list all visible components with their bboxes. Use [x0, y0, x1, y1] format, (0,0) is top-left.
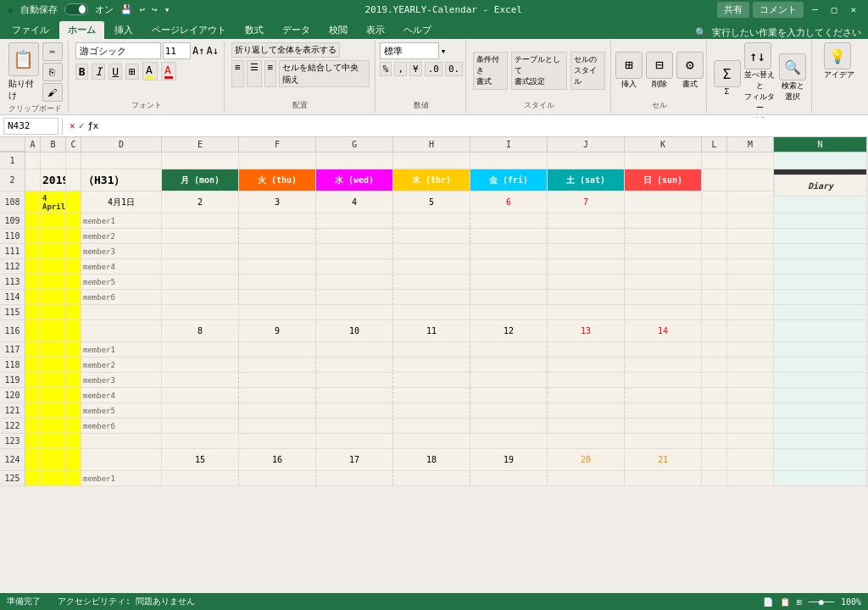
cell-a1[interactable]: [25, 152, 41, 169]
cell-d123[interactable]: [81, 434, 162, 448]
sort-filter-button[interactable]: ↑↓: [744, 42, 771, 69]
cell-g119[interactable]: [316, 373, 393, 387]
cell-b111[interactable]: [41, 244, 66, 258]
cell-h114[interactable]: [393, 290, 470, 304]
font-color-button[interactable]: A: [161, 62, 176, 80]
cell-a117[interactable]: [25, 342, 41, 357]
cell-d109-member[interactable]: member1: [81, 214, 162, 228]
cell-a115[interactable]: [25, 305, 41, 319]
cell-a109[interactable]: [25, 214, 41, 228]
cell-i116-date[interactable]: 12: [470, 320, 548, 341]
cell-j121[interactable]: [548, 403, 625, 418]
cell-m119[interactable]: [727, 373, 774, 387]
cell-e113[interactable]: [162, 274, 239, 289]
cell-b120[interactable]: [41, 388, 66, 402]
cell-i113[interactable]: [470, 274, 548, 289]
copy-button[interactable]: ⎘: [42, 63, 63, 81]
col-header-e[interactable]: E: [162, 137, 239, 152]
cell-f2-thu[interactable]: 火 (thu): [239, 169, 316, 191]
cell-b124[interactable]: [41, 449, 66, 470]
cell-i1[interactable]: [470, 152, 548, 169]
cell-k125[interactable]: [625, 471, 702, 485]
percent-button[interactable]: %: [380, 62, 392, 76]
cell-f124-date[interactable]: 16: [239, 449, 316, 470]
minimize-button[interactable]: ─: [807, 4, 823, 15]
col-header-d[interactable]: D: [81, 137, 162, 152]
cell-m118[interactable]: [727, 358, 774, 372]
cell-m114[interactable]: [727, 290, 774, 304]
cell-h117[interactable]: [393, 342, 470, 357]
normal-view-button[interactable]: 📄: [763, 597, 773, 607]
cell-e109[interactable]: [162, 214, 239, 228]
cell-n124[interactable]: [774, 449, 867, 470]
cell-f117[interactable]: [239, 342, 316, 357]
tab-page-layout[interactable]: ページレイアウト: [143, 21, 235, 39]
cell-d1[interactable]: [81, 152, 162, 169]
cell-k118[interactable]: [625, 358, 702, 372]
cell-n122[interactable]: [774, 419, 867, 433]
cell-b108[interactable]: 4April: [41, 191, 66, 213]
cut-button[interactable]: ✂: [42, 42, 63, 61]
fill-color-button[interactable]: A: [142, 62, 158, 80]
cell-n112[interactable]: [774, 259, 867, 274]
cell-h122[interactable]: [393, 419, 470, 433]
cell-c125[interactable]: [66, 471, 81, 485]
cell-a110[interactable]: [25, 229, 41, 243]
cell-d115[interactable]: [81, 305, 162, 319]
cell-f118[interactable]: [239, 358, 316, 372]
cell-n125[interactable]: [774, 471, 867, 485]
cell-l115[interactable]: [702, 305, 727, 319]
tab-home[interactable]: ホーム: [59, 21, 104, 39]
cell-g109[interactable]: [316, 214, 393, 228]
cell-b112[interactable]: [41, 259, 66, 274]
cell-b113[interactable]: [41, 274, 66, 289]
ideas-button[interactable]: 💡: [824, 42, 851, 69]
cell-d117-member[interactable]: member1: [81, 342, 162, 357]
cell-d113-member[interactable]: member5: [81, 274, 162, 289]
cell-g115[interactable]: [316, 305, 393, 319]
cell-e123[interactable]: [162, 434, 239, 448]
cell-b123[interactable]: [41, 434, 66, 448]
cell-a112[interactable]: [25, 259, 41, 274]
cell-a121[interactable]: [25, 403, 41, 418]
cell-j118[interactable]: [548, 358, 625, 372]
comment-button[interactable]: コメント: [753, 2, 804, 18]
cell-i122[interactable]: [470, 419, 548, 433]
cell-d118-member[interactable]: member2: [81, 358, 162, 372]
cell-e120[interactable]: [162, 388, 239, 402]
cell-a123[interactable]: [25, 434, 41, 448]
cell-n118[interactable]: [774, 358, 867, 372]
cell-f123[interactable]: [239, 434, 316, 448]
cell-j125[interactable]: [548, 471, 625, 485]
cell-l119[interactable]: [702, 373, 727, 387]
cell-a124[interactable]: [25, 449, 41, 470]
cell-j120[interactable]: [548, 388, 625, 402]
cell-e115[interactable]: [162, 305, 239, 319]
cell-l113[interactable]: [702, 274, 727, 289]
cell-d125-member[interactable]: member1: [81, 471, 162, 485]
cell-h118[interactable]: [393, 358, 470, 372]
cell-c123[interactable]: [66, 434, 81, 448]
cell-e122[interactable]: [162, 419, 239, 433]
cell-j2-sat[interactable]: 土 (sat): [548, 169, 625, 191]
cell-k109[interactable]: [625, 214, 702, 228]
cell-m116[interactable]: [727, 320, 774, 341]
cell-n109[interactable]: [774, 214, 867, 228]
col-header-c[interactable]: C: [66, 137, 81, 152]
cell-a119[interactable]: [25, 373, 41, 387]
cell-l121[interactable]: [702, 403, 727, 418]
cell-e124-date[interactable]: 15: [162, 449, 239, 470]
cell-c113[interactable]: [66, 274, 81, 289]
tab-data[interactable]: データ: [274, 21, 319, 39]
number-format-dropdown[interactable]: 標準: [380, 42, 439, 59]
customize-icon[interactable]: ▾: [164, 4, 170, 15]
page-break-view-button[interactable]: ⊞: [797, 597, 802, 607]
cell-i2-fri[interactable]: 金 (fri): [470, 169, 548, 191]
cell-a125[interactable]: [25, 471, 41, 485]
cell-h124-date[interactable]: 18: [393, 449, 470, 470]
cell-n121[interactable]: [774, 403, 867, 418]
cell-m108[interactable]: [727, 191, 774, 213]
col-header-i[interactable]: I: [470, 137, 548, 152]
tab-file[interactable]: ファイル: [3, 21, 58, 39]
font-grow-button[interactable]: A↑: [192, 45, 204, 57]
